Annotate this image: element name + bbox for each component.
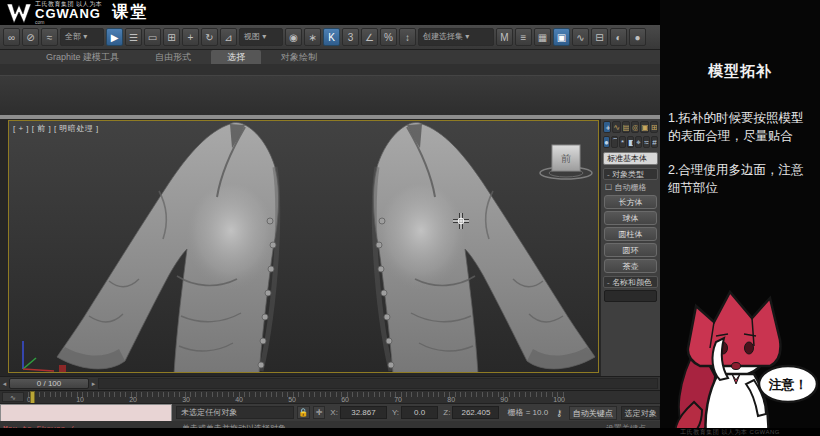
primitive-button[interactable]: 圆环 [604,243,657,257]
lights-icon[interactable]: * [619,136,626,148]
lesson-tip: 2.合理使用多边面，注意细节部位 [668,161,812,197]
utilities-tab-icon[interactable]: ⊞ [650,121,658,133]
ribbon-tab-object-paint[interactable]: 对象绘制 [265,50,333,64]
shapes-icon[interactable]: ⌒ [611,136,618,148]
display-tab-icon[interactable]: ▣ [640,121,648,133]
viewcube[interactable]: 前 [540,145,592,179]
next-frame-arrow[interactable]: ▸ [89,380,98,388]
absolute-mode-icon[interactable]: ✛ [313,406,326,419]
viewport-front[interactable]: [ + ] [ 前 ] [ 明暗处理 ] [8,120,599,373]
ribbon-tab-freeform[interactable]: 自由形式 [139,50,207,64]
systems-icon[interactable]: # [651,136,658,148]
mascot-character: 注意！ [660,284,820,436]
modify-tab-icon[interactable]: ∿ [612,121,620,133]
tick-label: 100 [553,396,565,403]
motion-tab-icon[interactable]: ◎ [631,121,639,133]
selection-filter-dropdown[interactable]: 全部 ▾ [60,28,104,46]
select-and-link-icon[interactable]: ∞ [3,28,20,46]
y-coordinate-field[interactable]: 0.0 [401,406,438,419]
app-window: 工氏教育集团 以人为本 CGWANG com 课堂 ∞⊘≈全部 ▾▶☰▭⊞+↻⊿… [0,0,820,436]
snaps-toggle-icon[interactable]: 3 [342,28,359,46]
track-bar[interactable]: ∿ 0102030405060708090100 [0,390,660,403]
maxscript-mini-listener[interactable] [0,404,172,422]
unlink-selection-icon[interactable]: ⊘ [22,28,39,46]
geometry-icon[interactable]: ● [603,136,610,148]
ribbon-toggle-icon[interactable]: ▣ [553,28,570,46]
spinner-snap-icon[interactable]: ↕ [399,28,416,46]
tick-label: 50 [288,396,296,403]
command-panel-tabs: ＋∿▤◎▣⊞ [601,119,660,134]
object-name-field[interactable] [604,290,657,302]
select-and-rotate-icon[interactable]: ↻ [201,28,218,46]
ribbon-collapsed-band [0,64,660,76]
primitive-button[interactable]: 长方体 [604,195,657,209]
window-crossing-icon[interactable]: ⊞ [163,28,180,46]
viewport-label[interactable]: [ + ] [ 前 ] [ 明暗处理 ] [13,123,99,134]
prev-frame-arrow[interactable]: ◂ [0,380,9,388]
logo-domain-suffix: com [35,20,102,25]
z-coordinate-field[interactable]: 262.405 [452,406,499,419]
z-label: Z: [443,408,450,417]
object-type-rollout[interactable]: 对象类型 [603,168,658,180]
ribbon-tab-graphite[interactable]: Graphite 建模工具 [30,50,135,64]
render-setup-icon[interactable]: ◐ [610,28,627,46]
curve-editor-icon[interactable]: ∿ [572,28,589,46]
primitive-button[interactable]: 球体 [604,211,657,225]
mini-curve-editor-button[interactable]: ∿ [2,392,24,402]
time-slider-handle[interactable]: 0 / 100 [9,378,89,389]
timeline-tick-labels: 0102030405060708090100 [28,396,566,403]
key-selection-set-dropdown[interactable]: 选定对象 [621,406,660,420]
x-label: X: [330,408,338,417]
select-by-name-icon[interactable]: ☰ [125,28,142,46]
schematic-view-icon[interactable]: ⊟ [591,28,608,46]
keyboard-override-icon[interactable]: K [323,28,340,46]
status-bar: 未选定任何对象 🔒 ✛ X: 32.867 Y: 0.0 Z: 262.405 … [0,403,660,421]
helpers-icon[interactable]: ⌖ [635,136,642,148]
x-coordinate-field[interactable]: 32.867 [340,406,387,419]
auto-key-button[interactable]: 自动关键点 [569,406,617,420]
tick-label: 90 [500,396,508,403]
selection-lock-icon[interactable]: 🔒 [297,406,310,419]
layer-manager-icon[interactable]: ▦ [534,28,551,46]
angle-snap-icon[interactable]: ∠ [361,28,378,46]
tick-label: 20 [129,396,137,403]
tick-label: 70 [394,396,402,403]
create-tab-icon[interactable]: ＋ [603,121,611,133]
tick-label: 30 [182,396,190,403]
key-icon: ⚷ [556,408,563,418]
select-object-icon[interactable]: ▶ [106,28,123,46]
lesson-tip: 1.拓补的时候要按照模型的表面合理，尽量贴合 [668,109,812,145]
ribbon-tab-selection[interactable]: 选择 [211,50,261,64]
grid-size-label: 栅格 = 10.0 [507,407,548,418]
reference-coordinate-dropdown[interactable]: 视图 ▾ [239,28,283,46]
spacewarps-icon[interactable]: ≈ [643,136,650,148]
select-and-scale-icon[interactable]: ⊿ [220,28,237,46]
mascot-crown [688,292,781,366]
rect-selection-region-icon[interactable]: ▭ [144,28,161,46]
render-production-icon[interactable]: ● [629,28,646,46]
primitive-button[interactable]: 圆柱体 [604,227,657,241]
hierarchy-tab-icon[interactable]: ▤ [622,121,630,133]
y-label: Y: [392,408,399,417]
viewcube-front-label[interactable]: 前 [561,153,571,164]
tick-label: 10 [76,396,84,403]
named-selection-sets-dropdown[interactable]: 创建选择集 ▾ [418,28,494,46]
letterbox-strip: 工氏教育集团 以人为本 CGWANG [0,428,820,436]
tick-label: 40 [235,396,243,403]
primitive-button[interactable]: 茶壶 [604,259,657,273]
viewport-top-divider [0,115,660,119]
command-panel: ＋∿▤◎▣⊞ ●⌒*◧⌖≈# 标准基本体 对象类型 自动栅格 长方体球体圆柱体圆… [600,119,660,403]
primitive-buttons: 长方体球体圆柱体圆环茶壶 [601,195,660,273]
align-icon[interactable]: ≡ [515,28,532,46]
primitive-category-dropdown[interactable]: 标准基本体 [603,152,658,165]
select-and-manipulate-icon[interactable]: ∗ [304,28,321,46]
select-and-move-icon[interactable]: + [182,28,199,46]
autogrid-checkbox[interactable]: 自动栅格 [605,182,660,193]
cameras-icon[interactable]: ◧ [627,136,634,148]
use-pivot-center-icon[interactable]: ◉ [285,28,302,46]
name-color-rollout[interactable]: 名称和颜色 [603,276,658,288]
percent-snap-icon[interactable]: % [380,28,397,46]
time-slider-track[interactable] [98,378,658,389]
mirror-icon[interactable]: M [496,28,513,46]
bind-to-spacewarp-icon[interactable]: ≈ [41,28,58,46]
